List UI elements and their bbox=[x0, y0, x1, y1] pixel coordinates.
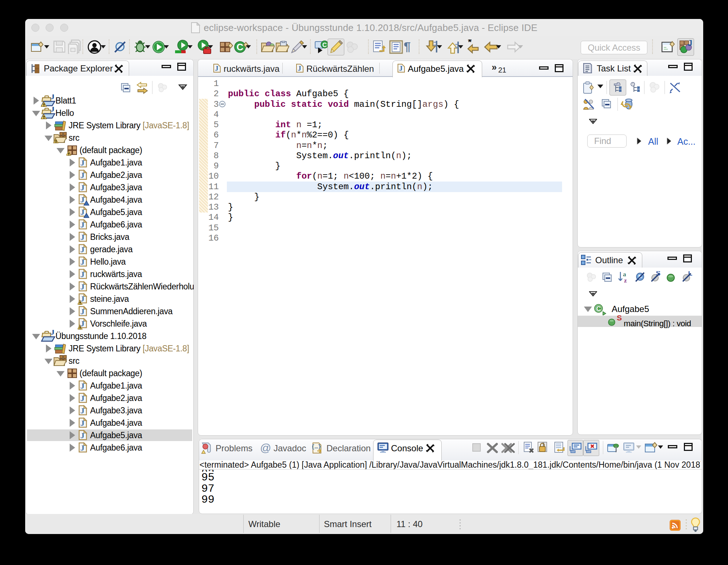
svg-text:J: J bbox=[50, 94, 55, 101]
svg-text:J: J bbox=[81, 406, 85, 415]
svg-text:J: J bbox=[81, 207, 85, 217]
svg-text:J: J bbox=[50, 107, 55, 113]
svg-text:J: J bbox=[81, 195, 85, 204]
svg-text:C: C bbox=[237, 42, 244, 52]
svg-text:J: J bbox=[81, 245, 85, 254]
svg-text:J: J bbox=[81, 307, 85, 316]
svg-text:J: J bbox=[81, 233, 85, 242]
svg-text:J: J bbox=[81, 443, 85, 452]
svg-text:J: J bbox=[81, 418, 85, 428]
svg-text:z: z bbox=[624, 277, 627, 284]
svg-text:J: J bbox=[215, 65, 218, 72]
svg-text:J: J bbox=[81, 282, 85, 291]
svg-text:J: J bbox=[81, 381, 85, 390]
svg-text:J: J bbox=[298, 65, 301, 72]
svg-text:C: C bbox=[322, 42, 327, 48]
svg-text:J: J bbox=[399, 65, 403, 72]
svg-text:J: J bbox=[81, 431, 85, 440]
svg-text:J: J bbox=[50, 330, 55, 336]
svg-text:J: J bbox=[81, 270, 85, 279]
svg-text:J: J bbox=[81, 220, 85, 229]
svg-text:J: J bbox=[81, 394, 85, 403]
svg-text:J: J bbox=[81, 171, 85, 180]
svg-text:J: J bbox=[688, 40, 692, 48]
svg-text:C: C bbox=[596, 305, 601, 312]
svg-text:J: J bbox=[81, 257, 85, 266]
svg-text:J: J bbox=[81, 158, 85, 167]
svg-text:J: J bbox=[81, 183, 85, 192]
